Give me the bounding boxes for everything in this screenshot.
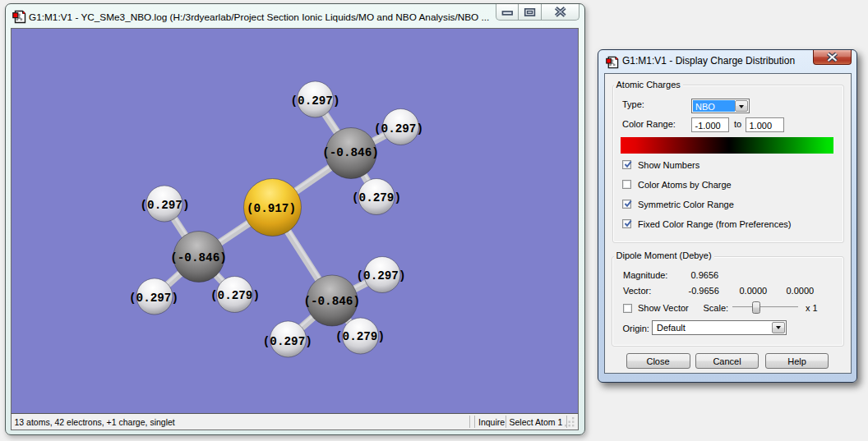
svg-text:(0.297): (0.297) <box>140 199 189 212</box>
svg-text:(0.279): (0.279) <box>352 191 401 204</box>
svg-text:(0.917): (0.917) <box>247 202 296 215</box>
svg-text:(0.297): (0.297) <box>356 269 405 283</box>
svg-text:(0.297): (0.297) <box>263 335 312 348</box>
svg-text:(0.279): (0.279) <box>210 289 260 302</box>
svg-text:(0.297): (0.297) <box>129 292 178 305</box>
svg-text:(-0.846): (-0.846) <box>303 295 360 308</box>
svg-text:(0.297): (0.297) <box>374 122 423 136</box>
svg-text:(-0.846): (-0.846) <box>170 251 227 264</box>
svg-text:(-0.846): (-0.846) <box>322 146 379 159</box>
svg-text:(0.279): (0.279) <box>335 330 385 343</box>
svg-text:(0.297): (0.297) <box>290 94 339 108</box>
